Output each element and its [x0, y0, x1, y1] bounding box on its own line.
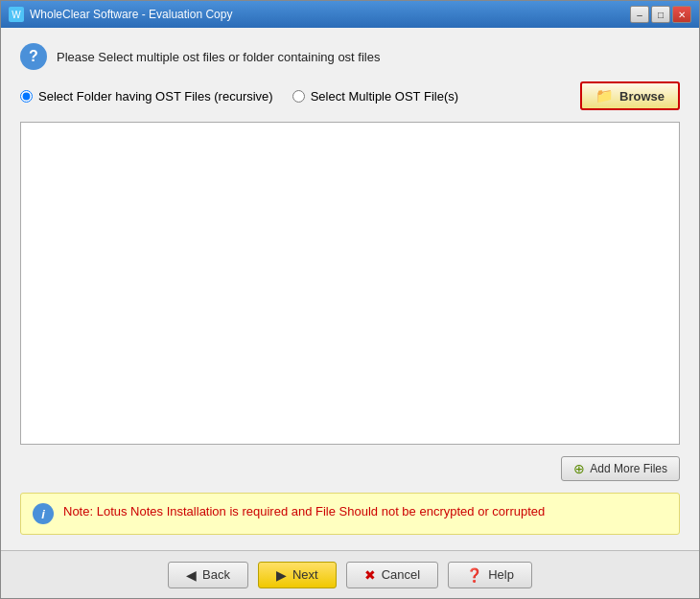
close-button[interactable]: ✕: [672, 6, 691, 23]
help-button[interactable]: ❓ Help: [448, 562, 532, 588]
title-bar: W WholeClear Software - Evaluation Copy …: [1, 1, 699, 28]
next-button[interactable]: ▶ Next: [258, 562, 337, 588]
header-text: Please Select multiple ost files or fold…: [57, 50, 380, 64]
radio-folder[interactable]: [20, 90, 33, 103]
add-files-label: Add More Files: [590, 462, 667, 475]
header-row: ? Please Select multiple ost files or fo…: [20, 43, 680, 70]
add-icon: ⊕: [573, 461, 585, 476]
radio-files-label: Select Multiple OST File(s): [311, 89, 458, 104]
cancel-button[interactable]: ✖ Cancel: [346, 562, 438, 588]
note-box: i Note: Lotus Notes Installation is requ…: [20, 493, 680, 535]
help-icon: ❓: [466, 567, 482, 583]
question-icon: ?: [20, 43, 47, 70]
radio-folder-label: Select Folder having OST Files (recursiv…: [38, 89, 273, 104]
radio-files[interactable]: [292, 90, 305, 103]
help-label: Help: [488, 567, 514, 582]
back-button[interactable]: ◀ Back: [168, 562, 248, 588]
radio-option-folder[interactable]: Select Folder having OST Files (recursiv…: [20, 89, 273, 104]
radio-row: Select Folder having OST Files (recursiv…: [20, 81, 680, 110]
bottom-bar: ◀ Back ▶ Next ✖ Cancel ❓ Help: [1, 550, 699, 598]
add-more-files-button[interactable]: ⊕ Add More Files: [561, 456, 680, 481]
next-label: Next: [292, 567, 318, 582]
radio-option-files[interactable]: Select Multiple OST File(s): [292, 89, 458, 104]
file-list-area[interactable]: [20, 122, 680, 445]
content-area: ? Please Select multiple ost files or fo…: [1, 28, 699, 550]
add-files-row: ⊕ Add More Files: [20, 456, 680, 481]
title-bar-left: W WholeClear Software - Evaluation Copy: [9, 7, 232, 22]
info-icon: i: [33, 503, 54, 524]
minimize-button[interactable]: –: [630, 6, 649, 23]
browse-button[interactable]: 📁 Browse: [580, 81, 680, 110]
browse-label: Browse: [619, 89, 665, 104]
cancel-label: Cancel: [382, 567, 420, 582]
cancel-icon: ✖: [364, 567, 376, 583]
browse-icon: 📁: [595, 87, 614, 104]
maximize-button[interactable]: □: [651, 6, 670, 23]
app-icon: W: [9, 7, 24, 22]
note-text: Note: Lotus Notes Installation is requir…: [63, 503, 545, 520]
main-window: W WholeClear Software - Evaluation Copy …: [0, 0, 700, 599]
title-bar-controls: – □ ✕: [630, 6, 691, 23]
back-label: Back: [202, 567, 230, 582]
next-icon: ▶: [276, 567, 287, 583]
window-title: WholeClear Software - Evaluation Copy: [30, 8, 232, 21]
back-icon: ◀: [186, 567, 197, 583]
